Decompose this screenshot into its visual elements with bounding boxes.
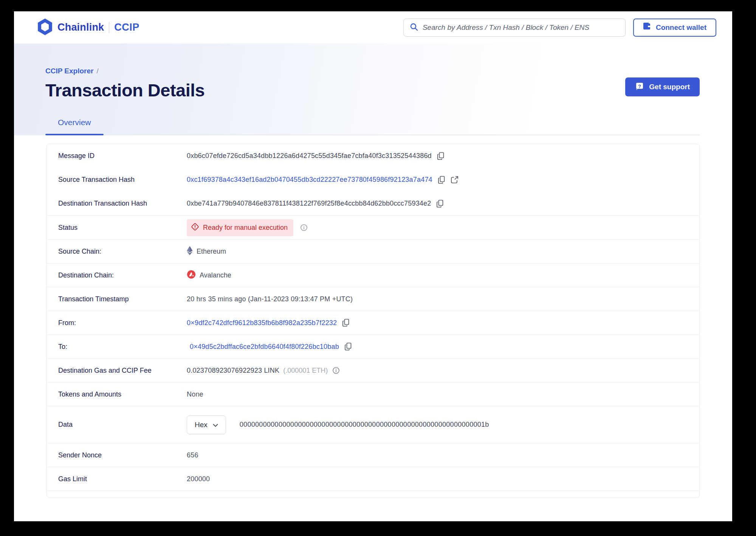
copy-icon[interactable] [438, 176, 445, 184]
table-row-gas-limit: Gas Limit 200000 [47, 467, 699, 491]
brand-divider [109, 22, 109, 33]
breadcrumb: CCIP Explorer/ [45, 67, 205, 75]
wallet-icon [643, 23, 651, 32]
transaction-details-card: Message ID 0xb6c07efde726cd5a34dbb1226a6… [46, 144, 700, 498]
row-label: Transaction Timestamp [58, 295, 187, 303]
row-label: Tokens and Amounts [58, 390, 187, 398]
top-header: Chainlink CCIP [14, 11, 732, 43]
chevron-down-icon [213, 421, 218, 429]
tokens-value: None [187, 390, 203, 398]
to-address-link[interactable]: 0×49d5c2bdffac6ce2bfdb6640f4f80f226bc10b… [190, 343, 339, 351]
gas-limit-value: 200000 [187, 475, 210, 483]
row-label: From: [58, 319, 187, 327]
search-input[interactable] [423, 23, 619, 32]
row-label: Source Transaction Hash [58, 176, 187, 184]
table-row-data: Data Hex 0000000000000000000000000000000… [47, 406, 699, 443]
dest-tx-hash-value: 0xbe741a779b9407846e837811f438122f769f25… [187, 200, 431, 208]
status-badge: Ready for manual execution [187, 219, 293, 236]
row-label: Source Chain: [58, 248, 187, 256]
get-support-button[interactable]: ? Get support [625, 77, 700, 96]
row-label: Destination Transaction Hash [58, 200, 187, 208]
header-actions: Connect wallet [403, 19, 716, 37]
copy-icon[interactable] [437, 152, 445, 160]
connect-wallet-label: Connect wallet [656, 23, 706, 32]
dest-chain-name: Avalanche [200, 271, 231, 279]
connect-wallet-button[interactable]: Connect wallet [633, 19, 716, 37]
row-label: Destination Gas and CCIP Fee [58, 367, 187, 375]
avalanche-icon [187, 270, 196, 281]
hero-section: CCIP Explorer/ Transaction Details ? Get… [14, 43, 732, 135]
tab-overview[interactable]: Overview [45, 118, 104, 135]
fee-value: 0.023708923076922923 LINK [187, 367, 279, 375]
ethereum-icon [187, 246, 193, 257]
row-label: Data [58, 421, 187, 429]
row-label: To: [58, 343, 187, 351]
from-address-link[interactable]: 0×9df2c742dfcf9612b835fb6b8f982a235b7f22… [187, 319, 337, 327]
details-section: Message ID 0xb6c07efde726cd5a34dbb1226a6… [14, 135, 732, 498]
timestamp-value: 20 hrs 35 mins ago (Jan-11-2023 09:13:47… [187, 295, 353, 303]
table-row-source-chain: Source Chain: Ethereum [47, 239, 699, 263]
sender-nonce-value: 656 [187, 451, 198, 459]
info-icon[interactable] [300, 224, 308, 231]
table-row-message-id: Message ID 0xb6c07efde726cd5a34dbb1226a6… [47, 144, 699, 168]
table-row-dest-chain: Destination Chain: Avalanche [47, 263, 699, 287]
row-label: Gas Limit [58, 475, 187, 483]
copy-icon[interactable] [344, 342, 352, 351]
table-row-from: From: 0×9df2c742dfcf9612b835fb6b8f982a23… [47, 311, 699, 335]
brand-logo[interactable]: Chainlink CCIP [37, 19, 139, 37]
table-row-tokens: Tokens and Amounts None [47, 382, 699, 406]
table-row-sender-nonce: Sender Nonce 656 [47, 443, 699, 467]
page-title: Transaction Details [45, 80, 205, 101]
status-badge-label: Ready for manual execution [203, 224, 288, 232]
breadcrumb-divider: / [96, 67, 98, 75]
fee-eth-equivalent: (.000001 ETH) [283, 367, 328, 375]
search-box[interactable] [403, 19, 626, 37]
get-support-label: Get support [649, 83, 690, 91]
tab-bar: Overview [45, 118, 700, 135]
table-row-status: Status Ready for manual execution [47, 215, 699, 239]
info-icon[interactable] [332, 367, 340, 374]
data-hex-value: 0000000000000000000000000000000000000000… [240, 421, 489, 429]
source-tx-hash-link[interactable]: 0xc1f69378a4c343ef16ad2b0470455db3cd2222… [187, 176, 432, 184]
source-chain-name: Ethereum [197, 248, 226, 256]
app-window: Chainlink CCIP [14, 11, 732, 521]
row-label: Sender Nonce [58, 451, 187, 459]
table-row-source-tx-hash: Source Transaction Hash 0xc1f69378a4c343… [47, 168, 699, 192]
copy-icon[interactable] [436, 200, 444, 208]
row-label: Message ID [58, 152, 187, 160]
row-label: Status [58, 224, 187, 232]
table-row-to: To: 0×49d5c2bdffac6ce2bfdb6640f4f80f226b… [47, 335, 699, 358]
question-chat-icon: ? [635, 82, 644, 93]
copy-icon[interactable] [342, 319, 350, 327]
chainlink-logo-icon [37, 19, 53, 37]
svg-text:?: ? [638, 83, 641, 89]
hero-left: CCIP Explorer/ Transaction Details [45, 67, 205, 101]
message-id-value: 0xb6c07efde726cd5a34dbb1226a6d4275c55d34… [187, 152, 432, 160]
external-link-icon[interactable] [451, 176, 459, 184]
data-format-selected: Hex [195, 421, 208, 429]
breadcrumb-ccip-explorer-link[interactable]: CCIP Explorer [45, 67, 93, 75]
brand-product: CCIP [114, 22, 139, 33]
search-icon [410, 23, 418, 33]
table-row-fee: Destination Gas and CCIP Fee 0.023708923… [47, 358, 699, 382]
table-row-timestamp: Transaction Timestamp 20 hrs 35 mins ago… [47, 287, 699, 311]
brand-name: Chainlink [57, 22, 104, 33]
table-row-clipped [47, 491, 699, 497]
row-label: Destination Chain: [58, 271, 187, 279]
data-format-select[interactable]: Hex [187, 415, 226, 434]
table-row-dest-tx-hash: Destination Transaction Hash 0xbe741a779… [47, 192, 699, 215]
alert-diamond-icon [191, 223, 199, 233]
